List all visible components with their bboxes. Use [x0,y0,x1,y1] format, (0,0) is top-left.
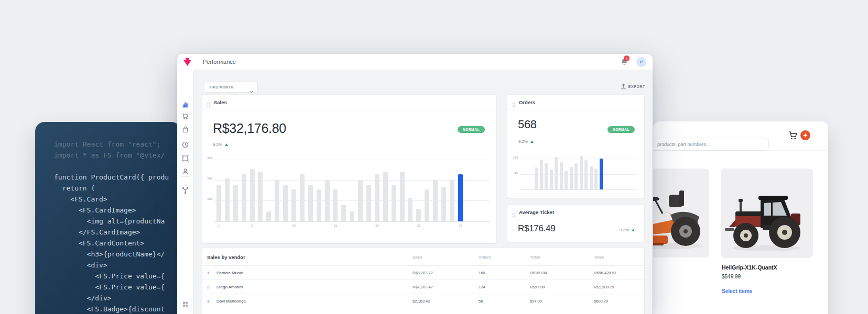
chart-bar [425,189,429,221]
sidebar-item-media-frame[interactable] [182,154,189,162]
period-dropdown-value: THIS MONTH [209,85,233,89]
chart-bar [560,162,563,189]
xaxis-tick-label: 25 [417,224,421,227]
xaxis-tick-label: 20 [375,224,379,227]
table-row[interactable]: 2.Diego AmorimR$7,183.42124R$97.00R$1,90… [202,280,644,294]
sidebar-item-products-bag[interactable] [182,126,189,133]
code-line: </FS.CardImage> [54,227,180,238]
ticket-delta: 9.2% [620,228,635,232]
sidebar-item-account-user[interactable] [182,167,189,175]
table-cell-name: Diego Amorim [216,285,243,289]
chart-bar [590,166,593,189]
page-title: Performance [203,59,236,65]
avatar[interactable]: P [636,57,646,67]
product-card-tractor[interactable] [721,169,813,258]
sales-ytick: 30K [202,177,213,180]
store-topbar [653,121,828,151]
sidebar-item-orders-cart[interactable] [182,113,189,120]
code-line: <FS.Card> [54,194,180,205]
sales-ytick: 15K [202,197,213,200]
chart-bar [555,157,558,189]
orders-card: Orders 568 9.2% NORMAL 120 40 [507,95,644,198]
orders-ytick: 120 [507,156,518,159]
table-row[interactable]: 1.Patricia MunizR$8,203.72160R$189.00R$9… [202,266,644,280]
product-card-mower[interactable] [653,169,709,257]
drag-handle-icon[interactable] [512,210,515,219]
trend-up-icon [225,143,228,146]
ticket-card-header: Average Ticket [507,205,644,219]
chart-bar [291,189,296,221]
orders-delta-value: 9.2% [518,139,528,144]
table-cell-rank: 3. [207,299,210,304]
xaxis-tick-label: 1 [218,224,220,227]
chart-bar [441,187,446,221]
chart-bar [300,174,305,221]
sidebar-item-integrations-flow[interactable] [182,186,189,194]
table-cell-taxes: R$1,900.29 [594,285,614,289]
code-line: import React from "react"; [54,139,180,150]
vtex-logo-icon[interactable] [183,58,192,66]
chart-bar [317,189,321,221]
chart-bar [325,180,330,221]
chart-bar [216,185,221,221]
chart-bar [416,209,421,221]
chart-bar [333,189,338,221]
table-cell-rank: 1. [207,271,210,275]
table-cell-taxes: $600.29 [594,299,608,304]
ticket-delta-value: 9.2% [620,228,629,232]
xaxis-tick-label: 10 [292,224,296,227]
table-cell-rank: 2. [207,285,210,289]
column-header-ticket: Ticket [530,255,540,260]
code-line: <FS.CardContent> [54,238,180,249]
column-header-orders: Orders [479,255,491,260]
chart-bar [594,169,598,189]
sidebar-divider [181,176,190,177]
code-line: </div> [54,293,180,304]
sidebar-item-apps-grid[interactable] [182,300,189,308]
cart-badge [800,130,810,140]
table-row[interactable]: 3.Davi Mendonça$2,163.4256$97.00$600.29 [202,294,644,308]
chart-bar [266,211,271,221]
select-items-link[interactable]: Select items [722,288,752,294]
table-cell-orders: 160 [479,271,485,275]
period-dropdown[interactable]: THIS MONTH [204,82,257,92]
trend-up-icon [530,140,534,143]
ticket-value: R$176.49 [518,223,555,234]
drag-handle-icon[interactable] [512,100,515,109]
orders-value: 568 [518,118,537,131]
table-cell-ticket: $97.00 [530,299,542,304]
xaxis-tick-label: 15 [334,224,338,227]
xaxis-tick-label: 5 [251,224,253,227]
orders-chart [520,159,637,190]
sales-xaxis-labels: 151015202530 [216,224,463,229]
chart-bar [242,174,246,221]
sales-card-header: Sales [202,95,496,109]
cart-icon[interactable] [788,131,799,141]
column-header-sales: Sales [413,255,422,260]
export-button-label: EXPORT [628,85,645,88]
chart-bar [233,185,238,221]
code-line: <FS.Price value={ [54,271,180,282]
drag-handle-icon[interactable] [207,100,210,109]
code-line: function ProductCard({ produ [54,172,180,183]
chart-bar [565,171,568,189]
code-line: <FS.Price value={ [54,282,180,293]
code-editor-panel: import React from "react";import * as FS… [35,122,181,314]
orders-ytick: 40 [507,172,518,175]
table-cell-sales: R$8,203.72 [413,271,433,275]
sidebar-item-history-clock[interactable] [182,141,189,148]
export-button[interactable]: EXPORT [621,83,645,89]
sales-value: R$32,176.80 [213,121,286,136]
code-line: import * as FS from "@vtex/ [54,150,180,161]
average-ticket-card: Average Ticket R$176.49 9.2% [507,205,644,242]
dashboard-content: THIS MONTH EXPORT Sales R$ [194,70,653,314]
chart-bar [283,185,288,221]
table-cell-orders: 124 [479,285,485,289]
chart-bar [570,167,573,189]
sales-card-title: Sales [214,99,227,105]
table-cell-ticket: R$189.00 [530,271,547,275]
code-line [54,161,180,172]
search-input[interactable] [653,138,769,151]
sidebar-item-analytics[interactable] [182,100,189,108]
sales-card: Sales R$32,176.80 9.2% NORMAL 45K 30K 15… [202,95,496,243]
